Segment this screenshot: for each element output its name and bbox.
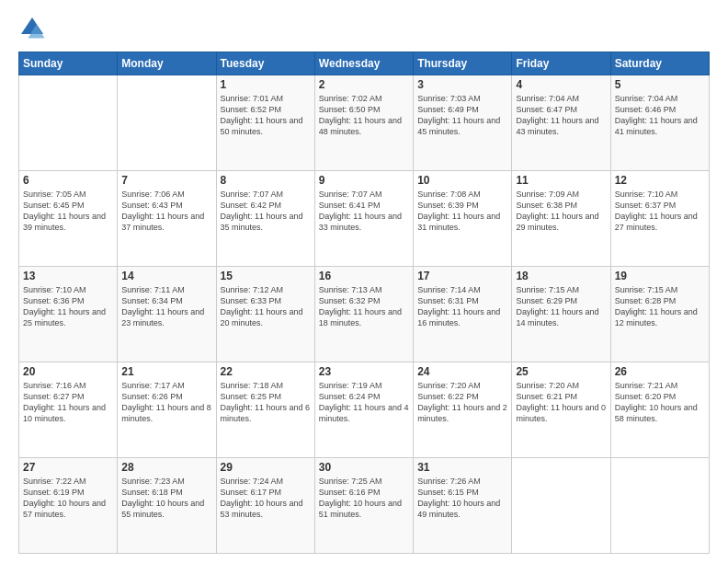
calendar-week: 6 Sunrise: 7:05 AMSunset: 6:45 PMDayligh… [19, 171, 710, 267]
day-number: 26 [615, 365, 705, 378]
day-info: Sunrise: 7:16 AMSunset: 6:27 PMDaylight:… [23, 380, 113, 425]
day-info: Sunrise: 7:07 AMSunset: 6:41 PMDaylight:… [319, 189, 409, 234]
day-info: Sunrise: 7:10 AMSunset: 6:37 PMDaylight:… [615, 189, 705, 234]
day-number: 6 [23, 174, 113, 187]
day-info: Sunrise: 7:14 AMSunset: 6:31 PMDaylight:… [417, 284, 507, 329]
calendar-cell [610, 458, 709, 554]
day-number: 16 [319, 270, 409, 282]
day-number: 21 [121, 365, 211, 378]
day-number: 30 [319, 461, 409, 474]
calendar-cell: 18 Sunrise: 7:15 AMSunset: 6:29 PMDaylig… [512, 267, 610, 362]
day-number: 24 [417, 365, 507, 378]
calendar-cell: 28 Sunrise: 7:23 AMSunset: 6:18 PMDaylig… [118, 458, 216, 554]
calendar-cell: 30 Sunrise: 7:25 AMSunset: 6:16 PMDaylig… [314, 458, 413, 554]
day-number: 23 [319, 365, 409, 378]
day-info: Sunrise: 7:22 AMSunset: 6:19 PMDaylight:… [23, 476, 113, 521]
day-info: Sunrise: 7:11 AMSunset: 6:34 PMDaylight:… [121, 284, 211, 329]
calendar-cell: 2 Sunrise: 7:02 AMSunset: 6:50 PMDayligh… [314, 75, 413, 171]
calendar-cell: 31 Sunrise: 7:26 AMSunset: 6:15 PMDaylig… [414, 458, 512, 554]
calendar-cell [118, 75, 216, 171]
day-number: 31 [417, 461, 507, 474]
calendar-cell: 11 Sunrise: 7:09 AMSunset: 6:38 PMDaylig… [512, 171, 610, 267]
day-info: Sunrise: 7:13 AMSunset: 6:32 PMDaylight:… [319, 284, 409, 329]
calendar-cell: 9 Sunrise: 7:07 AMSunset: 6:41 PMDayligh… [314, 171, 413, 267]
calendar-cell: 26 Sunrise: 7:21 AMSunset: 6:20 PMDaylig… [610, 362, 709, 458]
day-number: 18 [516, 270, 606, 282]
weekday-header: Monday [118, 52, 216, 75]
day-info: Sunrise: 7:10 AMSunset: 6:36 PMDaylight:… [23, 284, 113, 329]
day-info: Sunrise: 7:09 AMSunset: 6:38 PMDaylight:… [516, 189, 606, 234]
day-number: 7 [121, 174, 211, 187]
calendar-cell: 20 Sunrise: 7:16 AMSunset: 6:27 PMDaylig… [19, 362, 118, 458]
calendar-cell: 25 Sunrise: 7:20 AMSunset: 6:21 PMDaylig… [512, 362, 610, 458]
calendar-cell [512, 458, 610, 554]
day-info: Sunrise: 7:07 AMSunset: 6:42 PMDaylight:… [221, 189, 311, 234]
calendar-cell: 10 Sunrise: 7:08 AMSunset: 6:39 PMDaylig… [414, 171, 512, 267]
calendar-cell: 19 Sunrise: 7:15 AMSunset: 6:28 PMDaylig… [610, 267, 709, 362]
logo-icon [18, 15, 46, 42]
day-info: Sunrise: 7:04 AMSunset: 6:47 PMDaylight:… [516, 93, 606, 138]
day-number: 15 [221, 270, 311, 282]
day-number: 14 [121, 270, 211, 282]
page: SundayMondayTuesdayWednesdayThursdayFrid… [0, 0, 728, 563]
day-number: 4 [516, 78, 606, 91]
day-info: Sunrise: 7:19 AMSunset: 6:24 PMDaylight:… [319, 380, 409, 425]
calendar-cell: 13 Sunrise: 7:10 AMSunset: 6:36 PMDaylig… [19, 267, 118, 362]
calendar-cell: 3 Sunrise: 7:03 AMSunset: 6:49 PMDayligh… [414, 75, 512, 171]
weekday-header: Wednesday [314, 52, 413, 75]
calendar-cell: 17 Sunrise: 7:14 AMSunset: 6:31 PMDaylig… [414, 267, 512, 362]
calendar-cell: 29 Sunrise: 7:24 AMSunset: 6:17 PMDaylig… [216, 458, 314, 554]
day-info: Sunrise: 7:12 AMSunset: 6:33 PMDaylight:… [221, 284, 311, 329]
weekday-header: Saturday [610, 52, 709, 75]
day-number: 25 [516, 365, 606, 378]
day-number: 29 [221, 461, 311, 474]
calendar-week: 1 Sunrise: 7:01 AMSunset: 6:52 PMDayligh… [19, 75, 710, 171]
day-number: 8 [221, 174, 311, 187]
calendar-cell: 6 Sunrise: 7:05 AMSunset: 6:45 PMDayligh… [19, 171, 118, 267]
calendar-cell: 27 Sunrise: 7:22 AMSunset: 6:19 PMDaylig… [19, 458, 118, 554]
calendar-week: 27 Sunrise: 7:22 AMSunset: 6:19 PMDaylig… [19, 458, 710, 554]
calendar-cell: 15 Sunrise: 7:12 AMSunset: 6:33 PMDaylig… [216, 267, 314, 362]
day-info: Sunrise: 7:02 AMSunset: 6:50 PMDaylight:… [319, 93, 409, 138]
day-info: Sunrise: 7:04 AMSunset: 6:46 PMDaylight:… [615, 93, 705, 138]
day-info: Sunrise: 7:17 AMSunset: 6:26 PMDaylight:… [121, 380, 211, 425]
header [18, 15, 710, 42]
calendar-cell: 5 Sunrise: 7:04 AMSunset: 6:46 PMDayligh… [610, 75, 709, 171]
calendar-cell: 16 Sunrise: 7:13 AMSunset: 6:32 PMDaylig… [314, 267, 413, 362]
weekday-header: Tuesday [216, 52, 314, 75]
day-number: 17 [417, 270, 507, 282]
calendar-cell: 7 Sunrise: 7:06 AMSunset: 6:43 PMDayligh… [118, 171, 216, 267]
day-info: Sunrise: 7:08 AMSunset: 6:39 PMDaylight:… [417, 189, 507, 234]
calendar-body: 1 Sunrise: 7:01 AMSunset: 6:52 PMDayligh… [19, 75, 710, 554]
day-info: Sunrise: 7:20 AMSunset: 6:22 PMDaylight:… [417, 380, 507, 425]
calendar-header: SundayMondayTuesdayWednesdayThursdayFrid… [19, 52, 710, 75]
calendar-week: 20 Sunrise: 7:16 AMSunset: 6:27 PMDaylig… [19, 362, 710, 458]
day-number: 5 [615, 78, 705, 91]
calendar-cell: 14 Sunrise: 7:11 AMSunset: 6:34 PMDaylig… [118, 267, 216, 362]
day-info: Sunrise: 7:15 AMSunset: 6:28 PMDaylight:… [615, 284, 705, 329]
day-number: 1 [221, 78, 311, 91]
calendar-cell: 24 Sunrise: 7:20 AMSunset: 6:22 PMDaylig… [414, 362, 512, 458]
day-info: Sunrise: 7:26 AMSunset: 6:15 PMDaylight:… [417, 476, 507, 521]
weekday-header: Friday [512, 52, 610, 75]
calendar-cell: 1 Sunrise: 7:01 AMSunset: 6:52 PMDayligh… [216, 75, 314, 171]
day-info: Sunrise: 7:25 AMSunset: 6:16 PMDaylight:… [319, 476, 409, 521]
day-number: 11 [516, 174, 606, 187]
day-info: Sunrise: 7:06 AMSunset: 6:43 PMDaylight:… [121, 189, 211, 234]
calendar: SundayMondayTuesdayWednesdayThursdayFrid… [18, 52, 710, 554]
day-number: 28 [121, 461, 211, 474]
weekday-header: Sunday [19, 52, 118, 75]
calendar-cell: 23 Sunrise: 7:19 AMSunset: 6:24 PMDaylig… [314, 362, 413, 458]
day-info: Sunrise: 7:15 AMSunset: 6:29 PMDaylight:… [516, 284, 606, 329]
calendar-cell: 21 Sunrise: 7:17 AMSunset: 6:26 PMDaylig… [118, 362, 216, 458]
weekday-row: SundayMondayTuesdayWednesdayThursdayFrid… [19, 52, 710, 75]
calendar-cell: 12 Sunrise: 7:10 AMSunset: 6:37 PMDaylig… [610, 171, 709, 267]
day-number: 12 [615, 174, 705, 187]
calendar-cell: 22 Sunrise: 7:18 AMSunset: 6:25 PMDaylig… [216, 362, 314, 458]
day-info: Sunrise: 7:23 AMSunset: 6:18 PMDaylight:… [121, 476, 211, 521]
day-info: Sunrise: 7:21 AMSunset: 6:20 PMDaylight:… [615, 380, 705, 425]
day-number: 13 [23, 270, 113, 282]
day-info: Sunrise: 7:03 AMSunset: 6:49 PMDaylight:… [417, 93, 507, 138]
weekday-header: Thursday [414, 52, 512, 75]
day-number: 3 [417, 78, 507, 91]
